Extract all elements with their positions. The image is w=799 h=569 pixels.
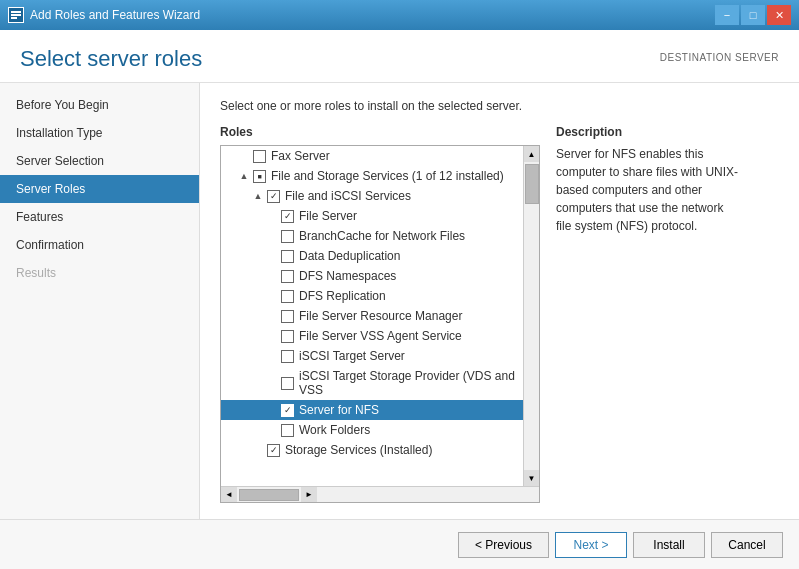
svg-rect-1 [11, 11, 21, 13]
role-item-data-dedup[interactable]: Data Deduplication [221, 246, 523, 266]
horiz-scroll-thumb[interactable] [239, 489, 299, 501]
scroll-down-button[interactable]: ▼ [524, 470, 540, 486]
role-item-branchcache[interactable]: BranchCache for Network Files [221, 226, 523, 246]
role-item-file-server[interactable]: File Server [221, 206, 523, 226]
checkbox-file-server[interactable] [281, 210, 294, 223]
role-label-data-dedup: Data Deduplication [299, 249, 400, 263]
role-label-dfs-namespaces: DFS Namespaces [299, 269, 396, 283]
page-title: Select server roles [20, 46, 202, 72]
roles-label: Roles [220, 125, 540, 139]
svg-rect-3 [11, 17, 17, 19]
expand-placeholder-wf [265, 423, 279, 437]
expand-placeholder-dfs-rep [265, 289, 279, 303]
checkbox-fsrm[interactable] [281, 310, 294, 323]
role-label-fax-server: Fax Server [271, 149, 330, 163]
destination-server-label: DESTINATION SERVER [660, 52, 779, 63]
svg-rect-2 [11, 14, 21, 16]
install-button[interactable]: Install [633, 532, 705, 558]
checkbox-vss[interactable] [281, 330, 294, 343]
previous-button[interactable]: < Previous [458, 532, 549, 558]
scroll-left-button[interactable]: ◄ [221, 487, 237, 503]
footer: < Previous Next > Install Cancel [0, 519, 799, 569]
role-item-storage-services[interactable]: Storage Services (Installed) [221, 440, 523, 460]
wizard-icon [8, 7, 24, 23]
checkbox-file-iscsi[interactable] [267, 190, 280, 203]
roles-items: Fax Server ▲ File and Storage Services (… [221, 146, 523, 486]
expand-placeholder-dfs-ns [265, 269, 279, 283]
expand-icon-file-storage[interactable]: ▲ [237, 169, 251, 183]
title-bar: Add Roles and Features Wizard − □ ✕ [0, 0, 799, 30]
role-item-file-iscsi[interactable]: ▲ File and iSCSI Services [221, 186, 523, 206]
role-label-work-folders: Work Folders [299, 423, 370, 437]
horizontal-scrollbar: ◄ ► [221, 486, 539, 502]
role-label-file-storage: File and Storage Services (1 of 12 insta… [271, 169, 504, 183]
expand-placeholder-iscsi [265, 349, 279, 363]
next-button[interactable]: Next > [555, 532, 627, 558]
scroll-up-button[interactable]: ▲ [524, 146, 540, 162]
checkbox-fax-server[interactable] [253, 150, 266, 163]
role-label-vss: File Server VSS Agent Service [299, 329, 462, 343]
expand-placeholder-branchcache [265, 229, 279, 243]
checkbox-storage-services[interactable] [267, 444, 280, 457]
role-item-iscsi-storage[interactable]: iSCSI Target Storage Provider (VDS and V… [221, 366, 523, 400]
page-header: Select server roles DESTINATION SERVER [0, 30, 799, 83]
checkbox-data-dedup[interactable] [281, 250, 294, 263]
sidebar-item-server-selection[interactable]: Server Selection [0, 147, 199, 175]
role-item-dfs-namespaces[interactable]: DFS Namespaces [221, 266, 523, 286]
scroll-thumb[interactable] [525, 164, 539, 204]
role-item-work-folders[interactable]: Work Folders [221, 420, 523, 440]
expand-placeholder-vss [265, 329, 279, 343]
role-item-file-storage[interactable]: ▲ File and Storage Services (1 of 12 ins… [221, 166, 523, 186]
role-item-vss[interactable]: File Server VSS Agent Service [221, 326, 523, 346]
title-bar-controls: − □ ✕ [715, 5, 791, 25]
maximize-button[interactable]: □ [741, 5, 765, 25]
role-label-iscsi-target: iSCSI Target Server [299, 349, 405, 363]
description-text: Server for NFS enables this computer to … [556, 145, 741, 235]
minimize-button[interactable]: − [715, 5, 739, 25]
expand-placeholder-file-server [265, 209, 279, 223]
content-area: Before You Begin Installation Type Serve… [0, 83, 799, 519]
role-item-iscsi-target[interactable]: iSCSI Target Server [221, 346, 523, 366]
title-bar-title: Add Roles and Features Wizard [30, 8, 200, 22]
checkbox-dfs-namespaces[interactable] [281, 270, 294, 283]
expand-icon-file-iscsi[interactable]: ▲ [251, 189, 265, 203]
sidebar-item-installation-type[interactable]: Installation Type [0, 119, 199, 147]
description-panel: Description Server for NFS enables this … [556, 125, 741, 503]
role-label-branchcache: BranchCache for Network Files [299, 229, 465, 243]
role-label-iscsi-storage: iSCSI Target Storage Provider (VDS and V… [299, 369, 519, 397]
list-scroll-wrapper: Fax Server ▲ File and Storage Services (… [221, 146, 539, 486]
role-item-dfs-replication[interactable]: DFS Replication [221, 286, 523, 306]
role-item-fsrm[interactable]: File Server Resource Manager [221, 306, 523, 326]
close-button[interactable]: ✕ [767, 5, 791, 25]
sidebar-item-results: Results [0, 259, 199, 287]
instruction-text: Select one or more roles to install on t… [220, 99, 779, 113]
roles-list-container: Fax Server ▲ File and Storage Services (… [220, 145, 540, 503]
sidebar-item-confirmation[interactable]: Confirmation [0, 231, 199, 259]
sidebar-item-features[interactable]: Features [0, 203, 199, 231]
scroll-track: ▲ ▼ [523, 146, 539, 486]
expand-placeholder-data-dedup [265, 249, 279, 263]
checkbox-file-storage[interactable] [253, 170, 266, 183]
expand-placeholder-iscsi-storage [265, 376, 279, 390]
checkbox-server-nfs[interactable] [281, 404, 294, 417]
expand-placeholder [237, 149, 251, 163]
checkbox-dfs-replication[interactable] [281, 290, 294, 303]
main-container: Select server roles DESTINATION SERVER B… [0, 30, 799, 569]
role-label-file-iscsi: File and iSCSI Services [285, 189, 411, 203]
role-label-server-nfs: Server for NFS [299, 403, 379, 417]
role-label-storage-services: Storage Services (Installed) [285, 443, 432, 457]
main-content: Select one or more roles to install on t… [200, 83, 799, 519]
checkbox-iscsi-storage[interactable] [281, 377, 294, 390]
sidebar-item-server-roles[interactable]: Server Roles [0, 175, 199, 203]
roles-description-wrapper: Roles Fax Server [220, 125, 779, 503]
cancel-button[interactable]: Cancel [711, 532, 783, 558]
role-item-fax-server[interactable]: Fax Server [221, 146, 523, 166]
title-bar-left: Add Roles and Features Wizard [8, 7, 200, 23]
checkbox-branchcache[interactable] [281, 230, 294, 243]
checkbox-iscsi-target[interactable] [281, 350, 294, 363]
checkbox-work-folders[interactable] [281, 424, 294, 437]
scroll-right-button[interactable]: ► [301, 487, 317, 503]
role-item-server-nfs[interactable]: Server for NFS [221, 400, 523, 420]
role-label-fsrm: File Server Resource Manager [299, 309, 462, 323]
sidebar-item-before-you-begin[interactable]: Before You Begin [0, 91, 199, 119]
